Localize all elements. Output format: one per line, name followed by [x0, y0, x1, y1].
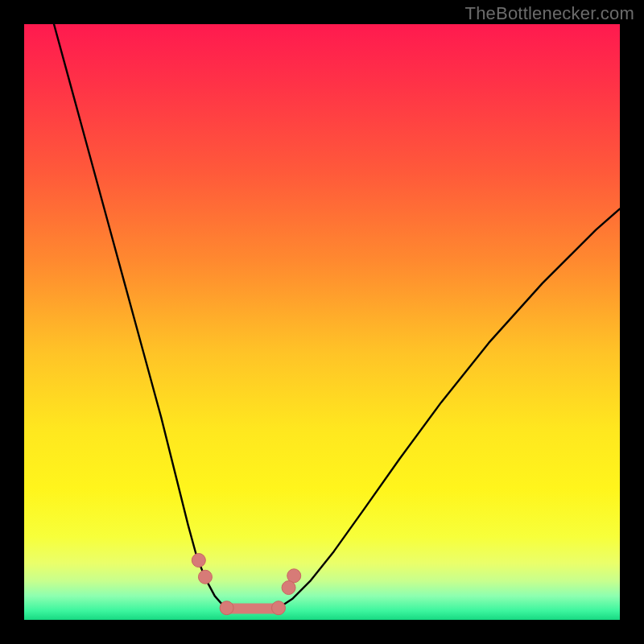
- heat-gradient: [24, 24, 620, 620]
- watermark-text: TheBottlenecker.com: [465, 3, 634, 24]
- svg-rect-0: [24, 24, 620, 620]
- outer-frame: TheBottlenecker.com: [0, 0, 644, 644]
- plot-area: [24, 24, 620, 620]
